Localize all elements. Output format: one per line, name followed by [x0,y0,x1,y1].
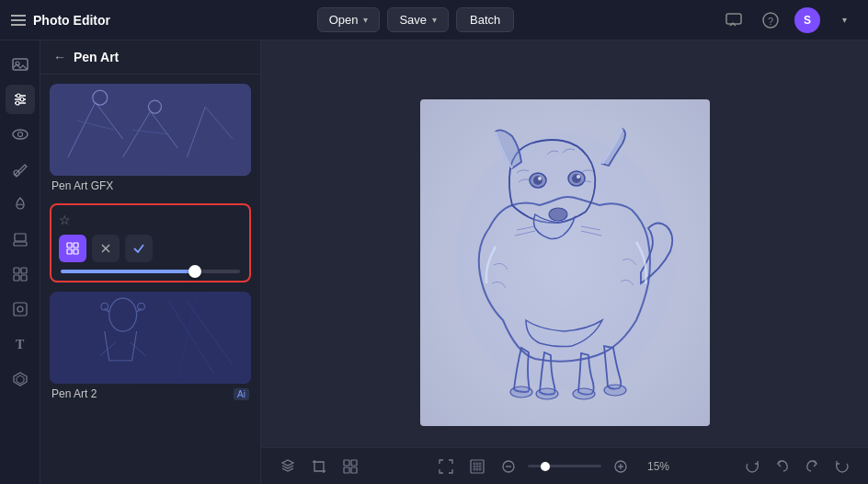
slider-thumb[interactable] [188,265,201,278]
save-button[interactable]: Save ▾ [387,7,449,32]
help-icon[interactable]: ? [758,7,783,33]
fit-screen-icon[interactable] [434,455,458,478]
topbar-center: Open ▾ Save ▾ Batch [121,7,710,32]
sidebar-icons: T [0,40,40,484]
svg-rect-18 [14,275,19,281]
svg-rect-20 [14,303,27,316]
zoom-in-icon[interactable] [609,455,633,478]
svg-rect-73 [420,99,710,426]
svg-point-9 [20,98,24,101]
topbar: Photo Editor Open ▾ Save ▾ Batch ? S ▾ [0,0,868,40]
open-chevron-icon: ▾ [363,15,368,25]
rotate-ccw-icon[interactable] [829,455,853,478]
undo-icon[interactable] [771,455,794,478]
penart2-thumbnail [50,292,251,384]
sidebar-item-view[interactable] [6,120,35,149]
svg-point-12 [17,133,22,137]
batch-button[interactable]: Batch [456,7,514,32]
svg-rect-15 [14,242,27,246]
svg-rect-76 [344,467,349,473]
sidebar-item-adjustments[interactable] [6,85,35,114]
layers-icon[interactable] [276,455,300,478]
panel-header: ← Pen Art [40,40,260,75]
svg-rect-55 [50,292,251,384]
sidebar-item-export[interactable] [6,294,35,324]
svg-text:T: T [16,338,25,351]
slider-track[interactable] [61,270,240,273]
settings-button[interactable] [59,235,86,262]
effects-panel: ← Pen Art [40,40,261,484]
open-button[interactable]: Open ▾ [317,7,381,32]
svg-rect-16 [14,268,19,273]
favorite-icon[interactable]: ☆ [59,213,71,227]
topbar-left: Photo Editor [11,13,110,28]
zoom-slider[interactable] [528,465,601,467]
bottom-bar: 15% [261,447,868,484]
menu-icon[interactable] [11,15,26,26]
svg-rect-77 [351,467,357,473]
svg-rect-35 [67,243,72,248]
user-menu-chevron-icon[interactable]: ▾ [831,7,857,33]
topbar-right: ? S ▾ [721,7,857,33]
avatar[interactable]: S [794,7,820,33]
svg-rect-17 [21,268,27,273]
penart-gfx-label: Pen Art GFX [50,176,251,194]
svg-point-10 [16,101,19,105]
effect-card-penart2[interactable]: Pen Art 2 Ai [50,292,251,402]
svg-rect-74 [344,460,349,466]
back-button[interactable]: ← [53,50,66,64]
sidebar-item-retouch[interactable] [6,155,35,184]
zoom-fit-icon[interactable] [465,455,489,478]
rotate-cw-icon[interactable] [741,455,765,478]
svg-rect-19 [21,275,27,281]
svg-rect-14 [15,234,26,241]
bottom-bar-left [276,455,362,478]
crop-icon[interactable] [307,455,331,478]
svg-rect-34 [50,84,251,176]
effect-controls [59,235,242,262]
selected-card-header: ☆ [59,213,242,227]
sidebar-item-text[interactable]: T [6,329,35,359]
panel-items: Pen Art GFX ☆ [40,75,260,411]
sidebar-item-effects[interactable] [6,190,35,219]
grid-icon[interactable] [338,455,362,478]
redo-icon[interactable] [800,455,824,478]
zoom-slider-thumb[interactable] [541,462,550,471]
canvas-area: 15% [261,40,868,484]
svg-text:?: ? [768,15,773,26]
bottom-bar-center: 15% [370,455,734,478]
sidebar-item-photos[interactable] [6,50,35,79]
svg-rect-75 [351,460,357,466]
ai-badge: Ai [234,388,249,400]
canvas-image [420,99,710,426]
svg-rect-38 [74,249,78,254]
svg-rect-36 [74,243,78,248]
slider-fill [61,270,195,273]
svg-rect-0 [726,14,741,24]
main-area: T ← Pen Art [0,40,868,484]
svg-rect-37 [67,249,72,254]
penart-gfx-thumbnail [50,84,251,176]
sidebar-item-layers[interactable] [6,225,35,254]
effect-card-selected[interactable]: ☆ [50,203,251,282]
svg-point-11 [13,130,28,139]
bottom-bar-right [741,455,853,478]
zoom-level: 15% [640,460,669,473]
save-chevron-icon: ▾ [432,15,437,25]
app-title: Photo Editor [33,13,110,28]
svg-point-21 [17,306,23,312]
comment-icon[interactable] [721,7,747,33]
effect-intensity-slider[interactable] [59,270,242,273]
zoom-out-icon[interactable] [497,455,520,478]
svg-point-8 [17,94,20,98]
cancel-button[interactable] [92,235,120,262]
panel-title: Pen Art [74,50,119,64]
penart2-label: Pen Art 2 Ai [50,384,251,402]
effect-card-penart-gfx[interactable]: Pen Art GFX [50,84,251,194]
sidebar-item-masks[interactable] [6,364,35,394]
confirm-button[interactable] [125,235,153,262]
sidebar-item-objects[interactable] [6,259,35,289]
